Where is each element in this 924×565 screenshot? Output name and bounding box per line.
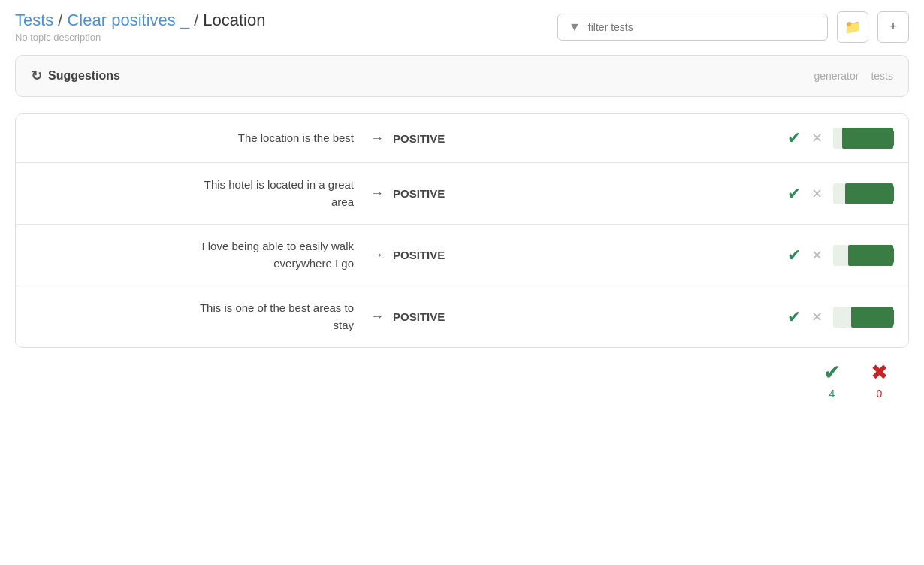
test-text: This is one of the best areas tostay [31, 300, 361, 334]
confidence-bar [833, 183, 893, 204]
breadcrumb-parent[interactable]: Clear positives _ [67, 11, 189, 30]
suggestions-link-generator[interactable]: generator [814, 70, 859, 82]
test-text: The location is the best [31, 130, 361, 147]
fail-icon: ✖ [871, 360, 888, 385]
breadcrumb-subtitle: No topic description [15, 32, 101, 43]
tests-container: The location is the best → POSITIVE ✔ ✕ … [15, 113, 909, 348]
test-actions: ✔ ✕ [787, 183, 893, 204]
suggestions-links: generator tests [814, 70, 893, 82]
fail-stat: ✖ 0 [871, 360, 888, 400]
arrow-icon: → [370, 131, 384, 147]
confidence-triangle [885, 131, 894, 146]
table-row: I love being able to easily walkeverywhe… [16, 225, 908, 286]
fail-count: 0 [877, 388, 883, 400]
test-label: POSITIVE [393, 249, 468, 261]
test-label: POSITIVE [393, 132, 468, 145]
confidence-triangle [885, 186, 894, 201]
confidence-triangle [885, 310, 894, 325]
x-icon[interactable]: ✕ [811, 247, 823, 264]
breadcrumb: Tests / Clear positives _ / Location No … [15, 11, 265, 43]
test-label: POSITIVE [393, 310, 468, 323]
suggestions-panel: ↻ Suggestions generator tests [15, 55, 909, 97]
breadcrumb-current: Location [203, 11, 265, 30]
test-text: I love being able to easily walkeverywhe… [31, 238, 361, 272]
check-icon[interactable]: ✔ [787, 246, 801, 265]
x-icon[interactable]: ✕ [811, 186, 823, 202]
confidence-triangle [885, 248, 894, 263]
add-folder-icon: 📁 [844, 19, 861, 35]
arrow-icon: → [370, 247, 384, 263]
filter-icon: ▼ [569, 20, 581, 34]
suggestions-label: Suggestions [48, 69, 120, 83]
main-content: ↻ Suggestions generator tests The locati… [0, 47, 924, 422]
test-label: POSITIVE [393, 187, 468, 200]
breadcrumb-sep1: / [58, 11, 62, 30]
x-icon[interactable]: ✕ [811, 309, 823, 325]
pass-count: 4 [829, 388, 835, 400]
confidence-bar [833, 307, 893, 328]
check-icon[interactable]: ✔ [787, 128, 801, 148]
add-item-button[interactable]: + [877, 11, 909, 43]
filter-input[interactable] [588, 21, 817, 33]
test-actions: ✔ ✕ [787, 307, 893, 328]
check-icon[interactable]: ✔ [787, 184, 801, 204]
table-row: This is one of the best areas tostay → P… [16, 286, 908, 347]
header: Tests / Clear positives _ / Location No … [0, 0, 924, 47]
pass-icon: ✔ [823, 360, 841, 385]
filter-bar: ▼ [557, 14, 828, 41]
confidence-bar [833, 245, 893, 266]
suggestions-title: ↻ Suggestions [31, 68, 120, 84]
refresh-icon[interactable]: ↻ [31, 68, 42, 84]
test-actions: ✔ ✕ [787, 128, 893, 149]
breadcrumb-sep2: / [194, 11, 198, 30]
arrow-icon: → [370, 309, 384, 325]
test-actions: ✔ ✕ [787, 245, 893, 266]
test-text: This hotel is located in a greatarea [31, 177, 361, 210]
footer-row: ✔ 4 ✖ 0 [15, 348, 909, 407]
breadcrumb-root[interactable]: Tests [15, 11, 53, 30]
table-row: This hotel is located in a greatarea → P… [16, 163, 908, 225]
pass-stat: ✔ 4 [823, 360, 841, 400]
confidence-bar [833, 128, 893, 149]
suggestions-link-tests[interactable]: tests [871, 70, 893, 82]
add-folder-button[interactable]: 📁 [837, 11, 868, 43]
arrow-icon: → [370, 186, 384, 201]
plus-icon: + [889, 19, 898, 35]
table-row: The location is the best → POSITIVE ✔ ✕ [16, 114, 908, 163]
check-icon[interactable]: ✔ [787, 307, 801, 327]
x-icon[interactable]: ✕ [811, 130, 823, 147]
